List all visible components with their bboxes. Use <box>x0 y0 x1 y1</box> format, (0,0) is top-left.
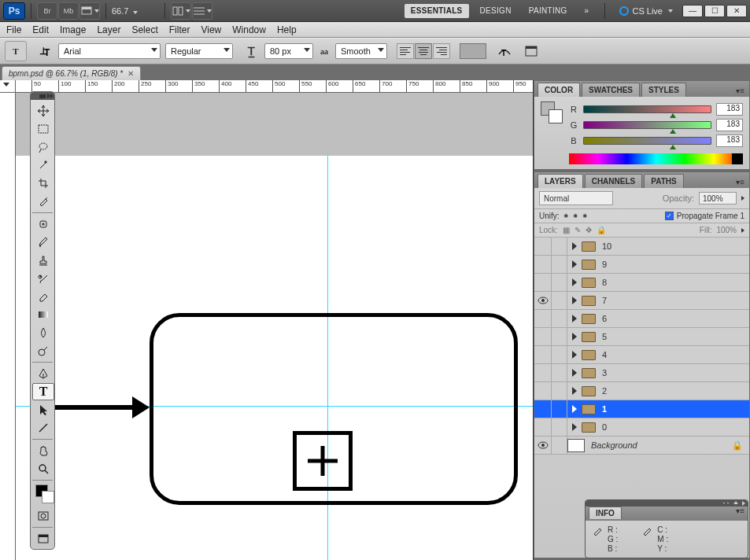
g-slider[interactable] <box>583 121 711 129</box>
arrange-button[interactable] <box>171 2 191 20</box>
tool-preset[interactable]: T <box>5 41 27 61</box>
blur-tool-icon[interactable] <box>32 324 54 341</box>
menu-file[interactable]: File <box>6 24 21 35</box>
tab-layers[interactable]: LAYERS <box>538 174 583 188</box>
layers-list[interactable]: 109876543210Background🔒 <box>534 238 749 455</box>
workspace-painting[interactable]: PAINTING <box>523 4 574 18</box>
unify-icon[interactable]: ⁕ <box>572 212 578 220</box>
chevron-right-icon[interactable] <box>741 228 744 233</box>
font-family-dropdown[interactable]: Arial <box>58 43 161 59</box>
layer-row[interactable]: 5 <box>534 328 749 346</box>
menu-layer[interactable]: Layer <box>97 24 120 35</box>
document-tab[interactable]: bpmn.psd @ 66.7% (1, RGB/8) *✕ <box>2 66 141 80</box>
visibility-icon[interactable] <box>534 274 552 291</box>
expand-icon[interactable] <box>572 387 577 395</box>
expand-icon[interactable] <box>572 315 577 322</box>
color-swatches[interactable] <box>32 483 53 507</box>
cslive-button[interactable]: CS Live <box>615 6 678 16</box>
type-tool-icon[interactable]: T <box>32 383 54 400</box>
close-icon[interactable]: ✕ <box>127 69 134 78</box>
visibility-icon[interactable] <box>534 346 552 363</box>
ruler-vertical[interactable] <box>0 93 16 560</box>
text-color-swatch[interactable] <box>460 43 486 59</box>
tab-paths[interactable]: PATHS <box>644 174 683 188</box>
menu-help[interactable]: Help <box>277 24 297 35</box>
layer-row[interactable]: 10 <box>534 238 749 256</box>
layer-row[interactable]: 7 <box>534 292 749 310</box>
visibility-icon[interactable] <box>534 437 552 454</box>
healing-tool-icon[interactable] <box>32 216 54 233</box>
canvas[interactable]: Sub-Process <box>16 156 533 560</box>
propagate-checkbox[interactable]: ✓ <box>665 212 674 220</box>
stamp-tool-icon[interactable] <box>32 252 54 269</box>
layer-row[interactable]: 6 <box>534 310 749 328</box>
layer-row[interactable]: 2 <box>534 382 749 400</box>
layer-row[interactable]: 4 <box>534 346 749 364</box>
info-panel-grip[interactable] <box>586 500 748 507</box>
dodge-tool-icon[interactable] <box>32 342 54 359</box>
tab-swatches[interactable]: SWATCHES <box>582 83 640 97</box>
r-value[interactable]: 183 <box>716 103 743 116</box>
visibility-icon[interactable] <box>534 238 552 255</box>
toolbox-grip[interactable] <box>31 92 54 100</box>
text-orient-icon[interactable]: ⊥T <box>36 42 54 60</box>
visibility-icon[interactable] <box>534 256 552 273</box>
expand-icon[interactable] <box>572 423 577 431</box>
expand-icon[interactable] <box>572 297 577 304</box>
layer-row[interactable]: 0 <box>534 418 749 437</box>
zoom-tool-icon[interactable] <box>32 460 54 477</box>
layer-row[interactable]: 3 <box>534 364 749 382</box>
menu-window[interactable]: Window <box>232 24 266 35</box>
zoom-level[interactable]: 66.7 <box>112 6 159 16</box>
menu-view[interactable]: View <box>201 24 221 35</box>
align-center[interactable] <box>415 43 432 59</box>
expand-icon[interactable] <box>572 333 577 341</box>
opacity-value[interactable]: 100% <box>699 192 737 204</box>
unify-icon[interactable]: ⁕ <box>582 212 588 220</box>
crop-tool-icon[interactable] <box>32 175 54 192</box>
marquee-tool-icon[interactable] <box>32 120 54 138</box>
tab-info[interactable]: INFO <box>589 507 622 519</box>
gradient-tool-icon[interactable] <box>32 306 54 323</box>
ruler-origin[interactable] <box>0 80 16 93</box>
layer-row[interactable]: Background🔒 <box>534 437 749 455</box>
eyedropper-tool-icon[interactable] <box>32 193 54 210</box>
blend-mode-dropdown[interactable]: Normal <box>539 191 613 205</box>
layer-row[interactable]: 1 <box>534 400 749 418</box>
wand-tool-icon[interactable] <box>32 157 54 174</box>
eraser-tool-icon[interactable] <box>32 288 54 305</box>
history-brush-tool-icon[interactable] <box>32 270 54 287</box>
brush-tool-icon[interactable] <box>32 234 54 251</box>
workspace-more[interactable]: » <box>578 4 596 18</box>
lock-paint-icon[interactable]: ✎ <box>575 226 581 234</box>
visibility-icon[interactable] <box>534 418 552 436</box>
b-value[interactable]: 183 <box>716 134 743 147</box>
hand-tool-icon[interactable] <box>32 442 54 459</box>
lasso-tool-icon[interactable] <box>32 138 54 156</box>
color-swatch-pair[interactable] <box>541 101 563 123</box>
antialias-dropdown[interactable]: Smooth <box>335 43 387 59</box>
lock-move-icon[interactable]: ✥ <box>586 226 592 234</box>
expand-icon[interactable] <box>572 260 577 268</box>
line-tool-icon[interactable] <box>32 419 54 437</box>
panel-menu-icon[interactable]: ▾≡ <box>734 85 746 97</box>
tab-color[interactable]: COLOR <box>538 83 580 97</box>
expand-icon[interactable] <box>572 242 577 250</box>
menu-image[interactable]: Image <box>60 24 86 35</box>
expand-icon[interactable] <box>572 405 577 413</box>
canvas-viewport[interactable]: Sub-Process <box>16 93 533 560</box>
fill-value[interactable]: 100% <box>716 226 737 234</box>
visibility-icon[interactable] <box>534 310 552 327</box>
workspace-design[interactable]: DESIGN <box>474 4 518 18</box>
path-select-tool-icon[interactable] <box>32 401 54 418</box>
window-maximize[interactable]: ☐ <box>704 5 725 17</box>
b-slider[interactable] <box>583 137 711 145</box>
move-tool-icon[interactable] <box>32 102 54 120</box>
layer-row[interactable]: 9 <box>534 256 749 274</box>
align-right[interactable] <box>433 43 450 59</box>
tab-channels[interactable]: CHANNELS <box>585 174 643 188</box>
quickmask-tool-icon[interactable] <box>32 507 54 525</box>
tab-styles[interactable]: STYLES <box>641 83 686 97</box>
menu-edit[interactable]: Edit <box>32 24 49 35</box>
expand-icon[interactable] <box>572 278 577 286</box>
